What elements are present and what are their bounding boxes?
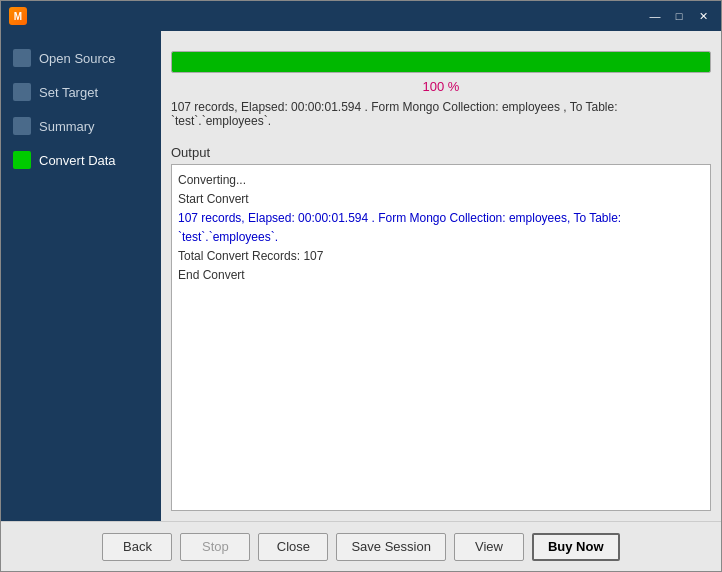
output-line-4: `test`.`employees`. (178, 228, 704, 246)
status-records: 107 records, (171, 100, 238, 114)
app-icon: M (9, 7, 27, 25)
sidebar-label-convert-data: Convert Data (39, 153, 116, 168)
output-line-6: End Convert (178, 266, 704, 284)
output-elapsed-value: 00:00:01.594 (298, 211, 368, 225)
close-window-button[interactable]: ✕ (693, 7, 713, 25)
sidebar-item-set-target[interactable]: Set Target (1, 75, 161, 109)
output-form-label: . Form Mongo Collection: employees, To T… (372, 211, 622, 225)
status-to-table-label: , To Table: (563, 100, 617, 114)
main-panel: 100 % 107 records, Elapsed: 00:00:01.594… (161, 31, 721, 521)
sidebar: Open Source Set Target Summary Convert D… (1, 31, 161, 521)
title-bar: M — □ ✕ (1, 1, 721, 31)
main-window: M — □ ✕ Open Source Set Target Summary (0, 0, 722, 572)
sidebar-label-summary: Summary (39, 119, 95, 134)
output-line-2: Start Convert (178, 190, 704, 208)
output-label: Output (171, 145, 711, 160)
status-elapsed-label: Elapsed: (241, 100, 291, 114)
status-form-label: . Form Mongo Collection: (365, 100, 502, 114)
status-elapsed-value: 00:00:01.594 (291, 100, 361, 114)
output-line-3: 107 records, Elapsed: 00:00:01.594 . For… (178, 209, 704, 227)
footer: Back Stop Close Save Session View Buy No… (1, 521, 721, 571)
sidebar-item-convert-data[interactable]: Convert Data (1, 143, 161, 177)
status-table-name: `test`.`employees`. (171, 114, 271, 128)
sidebar-label-open-source: Open Source (39, 51, 116, 66)
output-records: 107 records, (178, 211, 245, 225)
step-indicator-convert-data (13, 151, 31, 169)
title-bar-controls: — □ ✕ (645, 7, 713, 25)
minimize-button[interactable]: — (645, 7, 665, 25)
maximize-button[interactable]: □ (669, 7, 689, 25)
step-indicator-summary (13, 117, 31, 135)
sidebar-label-set-target: Set Target (39, 85, 98, 100)
sidebar-item-summary[interactable]: Summary (1, 109, 161, 143)
progress-percent: 100 % (171, 79, 711, 94)
status-text: 107 records, Elapsed: 00:00:01.594 . For… (171, 100, 711, 128)
save-session-button[interactable]: Save Session (336, 533, 446, 561)
output-line-1: Converting... (178, 171, 704, 189)
content-area: Open Source Set Target Summary Convert D… (1, 31, 721, 521)
status-collection: employees (502, 100, 560, 114)
output-section: Output Converting... Start Convert 107 r… (171, 145, 711, 511)
progress-bar-container (171, 51, 711, 73)
progress-bar-fill (172, 52, 710, 72)
progress-section: 100 % 107 records, Elapsed: 00:00:01.594… (171, 41, 711, 137)
sidebar-item-open-source[interactable]: Open Source (1, 41, 161, 75)
buy-now-button[interactable]: Buy Now (532, 533, 620, 561)
view-button[interactable]: View (454, 533, 524, 561)
close-button[interactable]: Close (258, 533, 328, 561)
output-box[interactable]: Converting... Start Convert 107 records,… (171, 164, 711, 511)
step-indicator-set-target (13, 83, 31, 101)
stop-button[interactable]: Stop (180, 533, 250, 561)
step-indicator-open-source (13, 49, 31, 67)
back-button[interactable]: Back (102, 533, 172, 561)
output-elapsed-label: Elapsed: (248, 211, 298, 225)
title-bar-left: M (9, 7, 27, 25)
output-line-5: Total Convert Records: 107 (178, 247, 704, 265)
